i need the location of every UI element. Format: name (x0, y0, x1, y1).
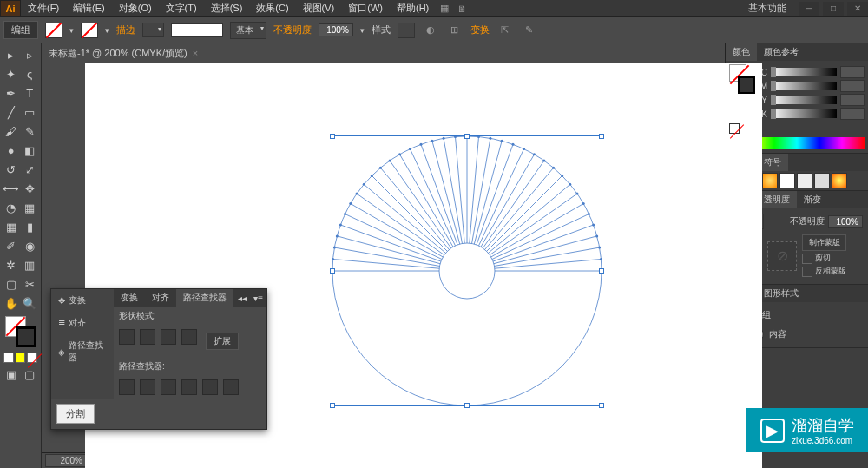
menu-effect[interactable]: 效果(C) (249, 0, 295, 17)
brush-definition[interactable]: 基本 (230, 22, 266, 39)
tab-gradient[interactable]: 渐变 (797, 191, 828, 208)
mask-thumb[interactable]: ⊘ (767, 241, 797, 271)
value-k[interactable] (840, 108, 865, 120)
eraser-tool[interactable]: ◧ (21, 141, 40, 160)
dock-pathfinder[interactable]: ◈ 路径查找器 (51, 334, 114, 369)
menu-view[interactable]: 视图(V) (296, 0, 342, 17)
pf-outline[interactable] (202, 379, 218, 395)
isolate-icon[interactable]: ⇱ (496, 23, 514, 38)
artboard-tool[interactable]: ▢ (2, 274, 21, 293)
symbol-7[interactable] (832, 173, 847, 188)
color-mode-color[interactable] (3, 353, 14, 363)
pf-merge[interactable] (161, 379, 176, 395)
tab-transparency[interactable]: 透明度 (757, 191, 797, 208)
menu-edit[interactable]: 编辑(E) (66, 0, 112, 17)
shape-unite[interactable] (119, 329, 135, 345)
paintbrush-tool[interactable]: 🖌 (2, 122, 21, 141)
free-transform-tool[interactable]: ✥ (21, 179, 40, 198)
slider-m[interactable] (771, 82, 837, 90)
direct-selection-tool[interactable]: ▹ (21, 45, 40, 64)
scale-tool[interactable]: ⤢ (21, 160, 40, 179)
pf-divide[interactable] (119, 379, 135, 395)
menu-select[interactable]: 选择(S) (204, 0, 250, 17)
hand-tool[interactable]: ✋ (2, 293, 21, 313)
blob-brush-tool[interactable]: ● (2, 141, 21, 160)
shape-intersect[interactable] (161, 329, 176, 345)
stroke-weight[interactable] (142, 23, 164, 37)
opacity-field[interactable]: 100% (319, 23, 353, 36)
slider-c[interactable] (771, 68, 837, 76)
fill-swatch[interactable] (45, 23, 62, 38)
zoom-field[interactable]: 200% (45, 454, 87, 467)
tab-graphic-styles[interactable]: 图形样式 (757, 285, 806, 302)
value-c[interactable] (840, 66, 865, 78)
style-swatch[interactable] (398, 23, 415, 38)
menu-object[interactable]: 对象(O) (112, 0, 159, 17)
doc-icon[interactable]: 🗎 (453, 1, 470, 16)
panel-menu-icon[interactable]: ▾≡ (250, 293, 266, 303)
tab-color[interactable]: 颜色 (726, 43, 757, 61)
type-tool[interactable]: T (21, 83, 40, 102)
tab-pathfinder[interactable]: 路径查找器 (176, 289, 233, 307)
divide-button[interactable]: 分割 (56, 404, 95, 424)
color-mode-gradient[interactable] (16, 353, 26, 363)
dock-transform[interactable]: ✥ 变换 (51, 289, 114, 312)
opacity-label[interactable]: 不透明度 (273, 23, 312, 36)
pf-crop[interactable] (181, 379, 197, 395)
canvas[interactable]: (function(){ var g=document.getElementBy… (42, 63, 725, 452)
pf-minus-back[interactable] (223, 379, 239, 395)
pathfinder-panel[interactable]: ✥ 变换 ≣ 对齐 ◈ 路径查找器 变换 对齐 路径查找器 ◂◂ ▾≡ (50, 288, 267, 430)
lasso-tool[interactable]: ς (21, 64, 40, 83)
gradient-tool[interactable]: ▮ (21, 217, 40, 236)
tab-align[interactable]: 对齐 (145, 289, 176, 307)
width-tool[interactable]: ⟷ (2, 179, 21, 198)
invert-checkbox[interactable]: 反相蒙版 (802, 266, 846, 277)
align-icon[interactable]: ⊞ (446, 23, 464, 38)
selection-bbox[interactable] (332, 135, 602, 406)
transform-label[interactable]: 变换 (470, 23, 490, 36)
screen-mode-full[interactable]: ▢ (21, 365, 40, 384)
graph-tool[interactable]: ▥ (21, 255, 40, 274)
symbol-3[interactable] (762, 173, 778, 188)
stroke-swatch[interactable] (81, 23, 98, 38)
tab-transform[interactable]: 变换 (114, 289, 145, 307)
rectangle-tool[interactable]: ▭ (21, 102, 40, 122)
line-tool[interactable]: ╱ (2, 102, 21, 122)
workspace-switcher[interactable]: 基本功能 (741, 0, 793, 16)
transp-opacity-field[interactable]: 100% (828, 215, 863, 228)
make-mask-button[interactable]: 制作蒙版 (802, 234, 846, 251)
expand-button[interactable]: 扩展 (206, 333, 239, 350)
rotate-tool[interactable]: ↺ (2, 160, 21, 179)
shape-exclude[interactable] (181, 329, 197, 345)
edit-icon[interactable]: ✎ (521, 23, 538, 38)
menu-type[interactable]: 文字(T) (159, 0, 204, 17)
minimize-button[interactable]: ─ (799, 2, 819, 16)
symbol-5[interactable] (797, 173, 812, 188)
pf-trim[interactable] (140, 379, 155, 395)
symbol-4[interactable] (779, 173, 795, 188)
none-swatch[interactable] (729, 123, 740, 134)
slider-k[interactable] (771, 109, 837, 118)
dock-align[interactable]: ≣ 对齐 (51, 312, 114, 334)
maximize-button[interactable]: □ (823, 2, 844, 16)
slice-tool[interactable]: ✂ (21, 274, 40, 293)
menu-file[interactable]: 文件(F) (21, 0, 66, 17)
panel-stroke-indicator[interactable] (738, 76, 755, 94)
menu-help[interactable]: 帮助(H) (390, 0, 436, 17)
fill-stroke-control[interactable] (5, 316, 36, 347)
value-y[interactable] (840, 94, 865, 106)
selection-tool[interactable]: ▸ (2, 45, 21, 64)
value-m[interactable] (840, 80, 865, 92)
symbol-sprayer-tool[interactable]: ✲ (2, 255, 21, 274)
eyedropper-tool[interactable]: ✐ (2, 236, 21, 255)
mesh-tool[interactable]: ▦ (2, 217, 21, 236)
document-tab[interactable]: 未标题-1* @ 200% (CMYK/预览) × (42, 43, 725, 63)
zoom-tool[interactable]: 🔍 (21, 293, 40, 313)
screen-mode-normal[interactable]: ▣ (2, 365, 21, 384)
shape-minus-front[interactable] (140, 329, 155, 345)
slider-y[interactable] (771, 96, 837, 104)
menu-window[interactable]: 窗口(W) (341, 0, 390, 17)
pencil-tool[interactable]: ✎ (21, 122, 40, 141)
blend-tool[interactable]: ◉ (21, 236, 40, 255)
close-button[interactable]: ✕ (847, 2, 868, 16)
